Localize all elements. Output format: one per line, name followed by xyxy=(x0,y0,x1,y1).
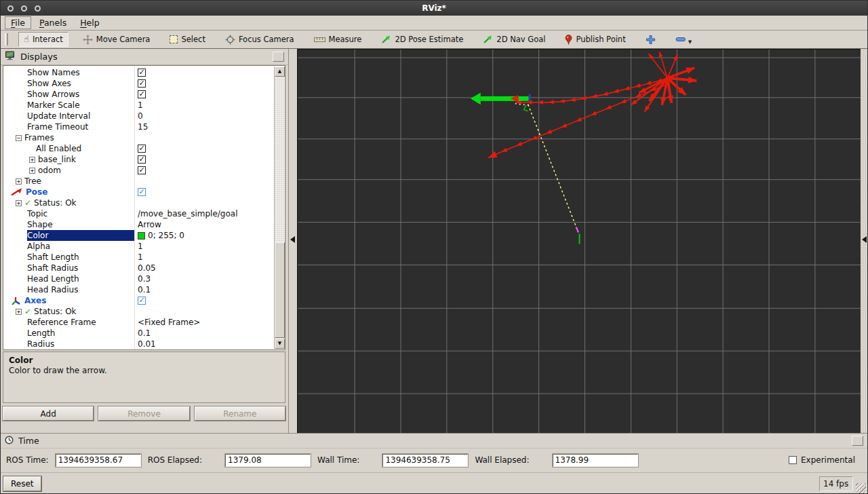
row-value[interactable]: Arrow xyxy=(138,219,161,230)
row-value[interactable]: 1 xyxy=(138,252,143,263)
scrollbar-up-button[interactable]: ▲ xyxy=(275,66,285,77)
expander-plus[interactable]: + xyxy=(16,200,22,206)
menu-help[interactable]: Help xyxy=(75,17,105,28)
row-value[interactable]: 0.1 xyxy=(138,328,151,339)
tool-minus[interactable]: ▼ xyxy=(670,34,698,45)
tool-2d-pose-estimate[interactable]: 2D Pose Estimate xyxy=(376,32,469,47)
tool-focus-camera[interactable]: Focus Camera xyxy=(220,32,300,48)
row-checkbox[interactable]: ✓ xyxy=(138,297,146,305)
row-value[interactable]: 0 xyxy=(138,111,143,121)
tree-row-update-interval[interactable]: Update Interval0 xyxy=(3,111,273,121)
tree-row-reference-frame[interactable]: Reference Frame<Fixed Frame> xyxy=(3,317,273,328)
3d-viewport[interactable] xyxy=(297,49,861,433)
tree-scrollbar[interactable]: ▲ ▼ xyxy=(274,66,284,349)
expander-plus[interactable]: + xyxy=(16,309,22,315)
splitter-collapse-arrow[interactable] xyxy=(290,236,295,243)
row-checkbox[interactable]: ✓ xyxy=(138,79,146,88)
add-button[interactable]: Add xyxy=(3,406,94,421)
displays-panel-header[interactable]: Displays xyxy=(1,49,288,65)
displays-undock-button[interactable] xyxy=(273,52,284,62)
menu-file[interactable]: File xyxy=(5,16,31,29)
row-value[interactable]: 1 xyxy=(138,241,143,252)
row-value[interactable]: /move_base_simple/goal xyxy=(138,208,237,219)
tree-row-axes[interactable]: Axes✓ xyxy=(3,295,273,306)
menu-panels[interactable]: Panels xyxy=(34,17,72,28)
tool-dropdown-caret[interactable]: ▼ xyxy=(688,39,692,45)
tree-row-color[interactable]: Color0; 255; 0 xyxy=(3,230,273,241)
tree-row-shaft-length[interactable]: Shaft Length1 xyxy=(3,252,273,263)
right-dock-splitter[interactable] xyxy=(861,49,868,433)
row-value[interactable]: 0; 255; 0 xyxy=(148,230,184,241)
tree-row-frame-timeout[interactable]: Frame Timeout15 xyxy=(3,121,273,132)
experimental-toggle[interactable]: Experimental xyxy=(789,455,855,465)
tree-row-tree[interactable]: +Tree xyxy=(3,176,273,187)
row-value[interactable]: 0.3 xyxy=(138,273,151,284)
wall-elapsed-input[interactable] xyxy=(553,454,638,467)
row-checkbox[interactable]: ✓ xyxy=(138,90,146,98)
tree-row-length[interactable]: Length0.1 xyxy=(3,328,273,339)
tree-row-status-ok[interactable]: +✓Status: Ok xyxy=(3,197,273,208)
tree-row-topic[interactable]: Topic/move_base_simple/goal xyxy=(3,208,273,219)
title-bar[interactable]: RViz* xyxy=(1,1,867,16)
tree-row-base-link[interactable]: +base_link✓ xyxy=(3,154,273,165)
tool-interact[interactable]: ☝Interact xyxy=(18,32,68,47)
rename-button[interactable]: Rename xyxy=(195,406,285,421)
row-value[interactable]: 15 xyxy=(138,121,148,132)
tree-row-all-enabled[interactable]: All Enabled✓ xyxy=(3,143,273,154)
panel-splitter[interactable] xyxy=(289,49,297,433)
tree-row-odom[interactable]: +odom✓ xyxy=(3,165,273,176)
tree-row-radius[interactable]: Radius0.01 xyxy=(3,339,273,349)
ros-time-input[interactable] xyxy=(56,454,141,467)
scrollbar-thumb[interactable] xyxy=(275,242,285,338)
tree-row-head-radius[interactable]: Head Radius0.1 xyxy=(3,284,273,295)
row-checkbox[interactable]: ✓ xyxy=(138,69,146,77)
ros-elapsed-input[interactable] xyxy=(225,454,311,467)
tree-row-status-ok[interactable]: +✓Status: Ok xyxy=(3,306,273,317)
tree-row-show-names[interactable]: Show Names✓ xyxy=(3,67,273,78)
right-splitter-collapse-arrow[interactable] xyxy=(862,236,867,243)
expander-minus[interactable]: − xyxy=(16,135,22,141)
row-checkbox[interactable]: ✓ xyxy=(138,188,146,196)
row-checkbox[interactable]: ✓ xyxy=(138,155,146,164)
add-tool-plus-icon xyxy=(646,35,656,45)
tool-measure[interactable]: Measure xyxy=(309,32,368,47)
interact-hand-icon: ☝ xyxy=(24,35,29,43)
tree-row-shaft-radius[interactable]: Shaft Radius0.05 xyxy=(3,263,273,273)
tool-plus[interactable] xyxy=(640,32,661,48)
tree-row-show-axes[interactable]: Show Axes✓ xyxy=(3,78,273,89)
expander-plus[interactable]: + xyxy=(29,168,35,174)
time-panel-header[interactable]: Time xyxy=(1,434,867,449)
row-value[interactable]: 1 xyxy=(138,100,143,111)
row-value[interactable]: 0.1 xyxy=(138,284,151,295)
color-swatch[interactable] xyxy=(138,232,145,240)
reset-button[interactable]: Reset xyxy=(3,476,41,491)
status-bar: Reset 14 fps xyxy=(1,472,867,494)
tool-move-camera[interactable]: Move Camera xyxy=(77,32,156,48)
remove-button[interactable]: Remove xyxy=(98,406,189,421)
scrollbar-down-button[interactable]: ▼ xyxy=(275,339,285,349)
tree-row-alpha[interactable]: Alpha1 xyxy=(3,241,273,252)
toolbar-drag-handle[interactable] xyxy=(5,33,8,45)
tree-row-frames[interactable]: −Frames xyxy=(3,132,273,143)
tree-row-shape[interactable]: ShapeArrow xyxy=(3,219,273,230)
main-area: Displays Show Names✓Show Axes✓Show Arrow… xyxy=(1,49,867,433)
tree-row-marker-scale[interactable]: Marker Scale1 xyxy=(3,100,273,111)
expander-plus[interactable]: + xyxy=(16,178,22,185)
row-value[interactable]: 0.05 xyxy=(138,263,156,273)
tool-publish-point[interactable]: Publish Point xyxy=(559,32,631,48)
row-checkbox[interactable]: ✓ xyxy=(138,166,146,174)
tool-select[interactable]: Select xyxy=(164,32,210,47)
resize-grip[interactable] xyxy=(856,483,866,493)
tree-row-head-length[interactable]: Head Length0.3 xyxy=(3,273,273,284)
expander-plus[interactable]: + xyxy=(29,157,35,163)
tree-row-show-arrows[interactable]: Show Arrows✓ xyxy=(3,89,273,100)
tool-2d-nav-goal[interactable]: 2D Nav Goal xyxy=(477,32,551,47)
experimental-checkbox[interactable] xyxy=(789,456,797,464)
row-value[interactable]: 0.01 xyxy=(138,339,156,349)
row-checkbox[interactable]: ✓ xyxy=(138,145,146,153)
green-arrow-icon xyxy=(381,35,391,44)
time-undock-button[interactable] xyxy=(852,436,863,446)
tree-row-pose[interactable]: Pose✓ xyxy=(3,187,273,197)
wall-time-input[interactable] xyxy=(382,454,468,467)
row-value[interactable]: <Fixed Frame> xyxy=(138,317,200,328)
